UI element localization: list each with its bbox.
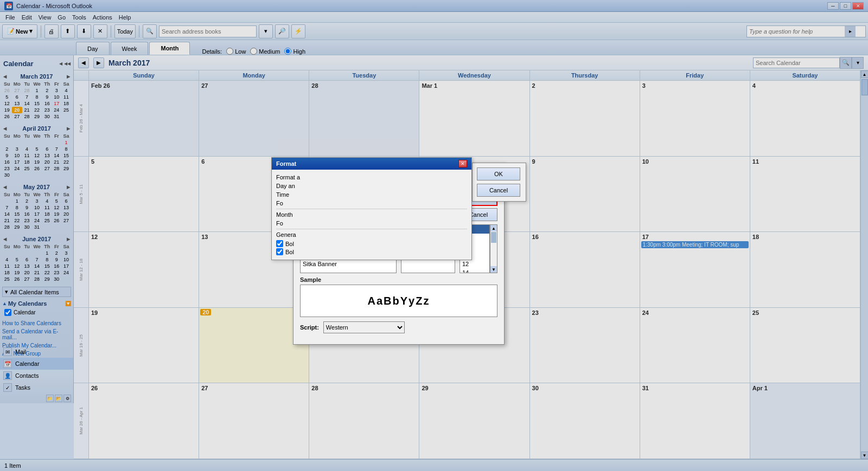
bold2-checkbox-row: Bol	[276, 248, 467, 255]
size-scroll-thumb[interactable]	[491, 232, 496, 243]
size-item-12[interactable]: 12	[460, 260, 489, 268]
size-scroll-up[interactable]: ▲	[490, 225, 497, 231]
size-scroll-track[interactable]	[490, 243, 497, 266]
script-select[interactable]: Western Baltic Central European	[323, 321, 405, 333]
divider-2	[276, 229, 467, 229]
format-label: Format a	[276, 174, 467, 180]
sample-section: Sample AaBbYyZz	[300, 276, 497, 317]
script-label: Script:	[300, 324, 319, 331]
font-label-2: Fo	[276, 220, 467, 227]
small-ok-dialog: OK Cancel	[472, 163, 526, 202]
format-days-body: Format a Day an Time Fo Month Fo Genera …	[272, 170, 471, 260]
bold2-checkbox[interactable]	[276, 248, 283, 255]
bold-checkbox[interactable]	[276, 240, 283, 247]
size-item-14[interactable]: 14	[460, 268, 489, 273]
bold2-label: Bol	[285, 249, 294, 255]
bold-label: Bol	[285, 241, 294, 247]
format-days-close-btn[interactable]: ✕	[458, 160, 467, 167]
sample-preview-box: AaBbYyZz	[300, 285, 497, 317]
time-label: Time	[276, 191, 467, 198]
bold-checkbox-row: Bol	[276, 240, 467, 247]
size-scroll-down[interactable]: ▼	[490, 266, 497, 273]
format-days-title-text: Format	[276, 160, 296, 167]
dialog-overlay: Format ✕ Format a Day an Time Fo Month F…	[0, 0, 868, 471]
script-row: Script: Western Baltic Central European	[300, 321, 497, 333]
general-label: Genera	[276, 231, 467, 238]
small-cancel-btn[interactable]: Cancel	[477, 184, 520, 197]
font-list-item[interactable]: Sitka Banner	[301, 260, 396, 268]
size-scrollbar: ▲ ▼	[490, 224, 497, 273]
format-days-dialog: Format ✕ Format a Day an Time Fo Month F…	[271, 157, 472, 260]
small-ok-btn[interactable]: OK	[477, 167, 520, 180]
sample-label: Sample	[300, 276, 497, 283]
month-label: Month	[276, 211, 467, 218]
format-days-title-bar: Format ✕	[272, 158, 471, 170]
day-and-label: Day an	[276, 183, 467, 189]
sample-text: AaBbYyZz	[368, 295, 430, 307]
font-label-small: Fo	[276, 200, 467, 207]
divider	[276, 209, 467, 209]
